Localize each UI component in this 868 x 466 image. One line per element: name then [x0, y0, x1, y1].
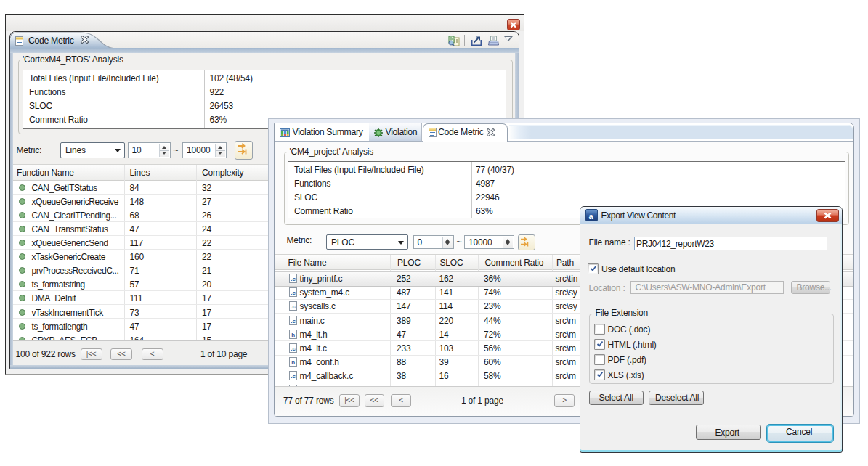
svg-text:.c: .c	[291, 303, 296, 310]
svg-text:h: h	[291, 359, 295, 366]
svg-text:.c: .c	[291, 373, 296, 380]
svg-text:.c: .c	[291, 318, 296, 324]
svg-text:.c: .c	[291, 290, 296, 296]
svg-text:.c: .c	[291, 346, 296, 352]
svg-text:.c: .c	[291, 276, 296, 282]
svg-text:h: h	[291, 332, 295, 338]
